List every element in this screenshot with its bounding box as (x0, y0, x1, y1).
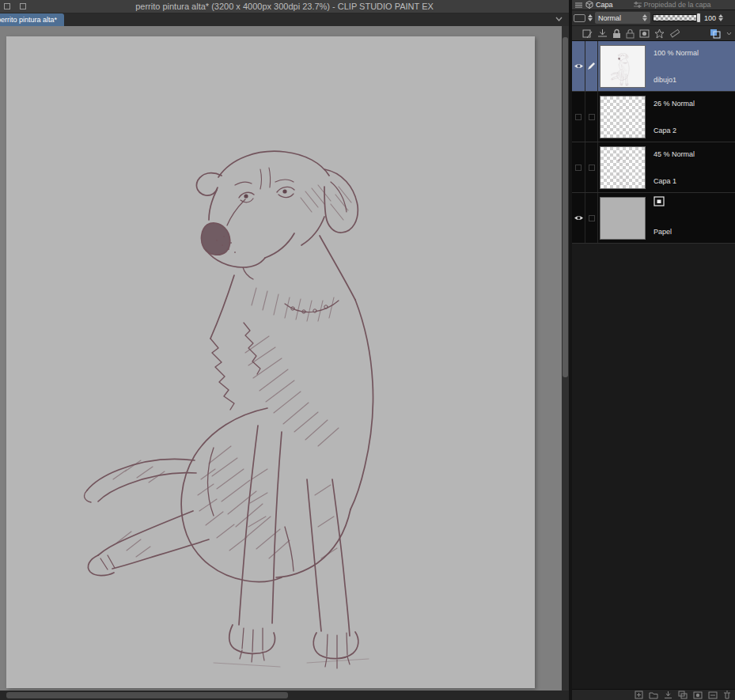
layer-thumbnail-dibujo1[interactable] (601, 46, 645, 87)
layer-name: Capa 1 (654, 177, 676, 185)
canvas-horizontal-scrollbar-thumb[interactable] (6, 692, 288, 698)
layer-thumbnail-papel[interactable] (601, 198, 645, 239)
opacity-stepper-icon[interactable] (718, 14, 723, 21)
blend-mode-select[interactable]: Normal (595, 12, 650, 24)
window-close-button[interactable] (4, 3, 10, 9)
thumbnail-cell[interactable] (598, 142, 647, 192)
visibility-cell[interactable] (572, 41, 585, 91)
layer-thumbnail-capa1[interactable] (601, 147, 645, 188)
layer-row-dibujo1[interactable]: 100 % Normal dibujo1 (572, 41, 735, 92)
layer-blend-info: 26 % Normal (654, 100, 695, 108)
canvas-horizontal-scrollbar[interactable] (0, 691, 569, 700)
lock-layer-icon[interactable] (612, 28, 621, 39)
eye-icon[interactable] (574, 214, 584, 221)
cube-icon (585, 1, 593, 9)
reference-layer-icon[interactable] (654, 28, 665, 39)
canvas-vertical-scrollbar-thumb[interactable] (563, 37, 568, 377)
sliders-icon (634, 2, 642, 8)
opacity-slider[interactable] (653, 14, 700, 21)
canvas-window: perrito pintura alta* (3200 x 4000px 300… (0, 0, 569, 700)
transfer-down-icon[interactable] (597, 28, 608, 39)
layer-palette-icon[interactable] (574, 14, 585, 22)
visibility-cell[interactable] (572, 193, 585, 243)
layer-toolbar (572, 26, 735, 41)
document-tab[interactable]: perrito pintura alta* (0, 13, 64, 26)
change-layer-type-icon[interactable] (582, 28, 593, 39)
window-titlebar[interactable]: perrito pintura alta* (3200 x 4000px 300… (0, 0, 569, 13)
ruler-icon[interactable] (669, 28, 680, 39)
opacity-value: 100 (704, 14, 716, 22)
clip-studio-paint-app: perrito pintura alta* (3200 x 4000px 300… (0, 0, 735, 700)
editing-empty-box[interactable] (589, 215, 595, 221)
layer-color-icon[interactable] (710, 28, 722, 39)
blend-mode-row: Normal 100 (572, 10, 735, 26)
lock-transparent-pixels-icon[interactable] (626, 28, 635, 39)
layer-thumbnail-capa2[interactable] (601, 96, 645, 138)
canvas-paper[interactable] (6, 36, 535, 688)
canvas-vertical-scrollbar[interactable] (562, 26, 569, 691)
layer-list: 100 % Normal dibujo1 26 % Normal Capa 2 (572, 41, 735, 244)
layer-row-papel[interactable]: Papel (572, 193, 735, 244)
thumbnail-cell[interactable] (598, 92, 647, 142)
combine-layer-icon[interactable] (678, 691, 688, 699)
dog-sketch (6, 36, 535, 688)
thumbnail-cell[interactable] (598, 193, 647, 243)
eye-icon[interactable] (574, 62, 584, 70)
layer-name: dibujo1 (654, 76, 676, 84)
editing-cell[interactable] (585, 41, 598, 91)
pencil-icon (587, 62, 596, 70)
editing-empty-box[interactable] (589, 114, 595, 120)
tab-overflow-chevron-icon[interactable] (555, 17, 563, 21)
visibility-cell[interactable] (572, 142, 585, 192)
visibility-cell[interactable] (572, 92, 585, 142)
layer-name: Papel (654, 228, 672, 236)
layer-panel-footer (572, 689, 735, 700)
transfer-layer-icon[interactable] (664, 691, 672, 699)
visibility-empty-box[interactable] (575, 165, 582, 171)
new-layer-icon[interactable] (635, 691, 643, 699)
blend-select-arrows-icon (642, 14, 647, 21)
document-tabstrip: perrito pintura alta* (0, 13, 569, 26)
layer-name: Capa 2 (654, 127, 676, 134)
apply-mask-icon[interactable] (708, 691, 718, 699)
layer-list-empty-area (572, 244, 735, 685)
layer-blend-info: 100 % Normal (654, 49, 699, 57)
panel-menu-icon[interactable] (575, 2, 582, 8)
layer-row-capa2[interactable]: 26 % Normal Capa 2 (572, 92, 735, 142)
visibility-empty-box[interactable] (575, 114, 582, 120)
window-title: perrito pintura alta* (3200 x 4000px 300… (135, 2, 434, 11)
layer-panel: Capa Propiedad de la capa Normal 100 (572, 0, 735, 700)
layer-row-capa1[interactable]: 45 % Normal Capa 1 (572, 142, 735, 193)
editing-cell[interactable] (585, 92, 598, 142)
editing-cell[interactable] (585, 142, 598, 192)
canvas-viewport[interactable] (0, 26, 569, 691)
thumbnail-cell[interactable] (598, 41, 647, 91)
enable-mask-icon[interactable] (639, 28, 650, 39)
paper-layer-icon (654, 196, 665, 206)
create-mask-icon[interactable] (693, 691, 703, 699)
layer-meta[interactable]: 26 % Normal Capa 2 (647, 92, 735, 142)
layer-meta[interactable]: 100 % Normal dibujo1 (647, 41, 735, 91)
editing-cell[interactable] (585, 193, 598, 243)
layer-panel-header: Capa Propiedad de la capa (572, 0, 735, 10)
layer-meta[interactable]: 45 % Normal Capa 1 (647, 142, 735, 192)
tab-capa[interactable]: Capa (585, 1, 613, 9)
layer-color-chevron-icon[interactable] (726, 32, 732, 36)
window-minimize-button[interactable] (20, 3, 26, 9)
layer-blend-info: 45 % Normal (654, 150, 695, 158)
layer-meta[interactable]: Papel (647, 193, 735, 243)
tab-propiedad-de-la-capa[interactable]: Propiedad de la capa (634, 1, 711, 9)
delete-layer-icon[interactable] (723, 691, 731, 699)
blend-stepper-icon[interactable] (588, 14, 593, 21)
new-folder-icon[interactable] (649, 691, 658, 699)
opacity-slider-knob[interactable] (696, 13, 701, 23)
editing-empty-box[interactable] (589, 165, 595, 171)
